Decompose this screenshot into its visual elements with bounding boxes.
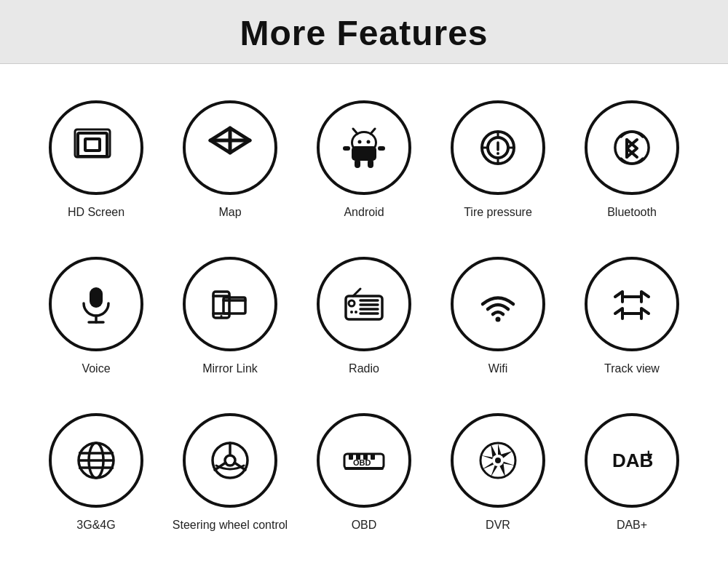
- feature-3g4g: 3G&4G: [29, 399, 163, 555]
- features-grid: HD Screen Map: [0, 64, 728, 569]
- radio-icon: [317, 257, 411, 351]
- svg-rect-1: [85, 139, 100, 151]
- mirror-link-icon: [183, 257, 277, 351]
- svg-text:+: +: [644, 447, 653, 463]
- svg-point-24: [496, 152, 499, 155]
- svg-point-44: [496, 316, 501, 322]
- radio-label: Radio: [349, 362, 379, 377]
- dab-icon: DAB +: [585, 413, 679, 508]
- page: More Features HD Screen M: [0, 0, 728, 587]
- svg-rect-14: [368, 159, 373, 168]
- svg-rect-26: [90, 287, 103, 308]
- obd-label: OBD: [352, 518, 377, 533]
- feature-mirror-link: Mirror Link: [163, 242, 297, 399]
- tire-pressure-icon: [451, 100, 545, 195]
- page-title: More Features: [0, 13, 728, 53]
- feature-obd: OBD OBD: [297, 399, 431, 555]
- voice-icon: [49, 257, 143, 351]
- bluetooth-label: Bluetooth: [607, 205, 657, 220]
- wifi-label: Wifi: [488, 362, 508, 377]
- svg-rect-0: [78, 133, 107, 156]
- feature-wifi: Wifi: [431, 242, 565, 399]
- tire-pressure-label: Tire pressure: [464, 205, 532, 220]
- svg-point-41: [350, 311, 353, 314]
- mirror-link-label: Mirror Link: [202, 362, 258, 377]
- svg-rect-13: [355, 159, 360, 168]
- svg-point-32: [221, 315, 223, 317]
- svg-point-55: [225, 455, 235, 466]
- svg-text:OBD: OBD: [353, 458, 371, 467]
- hd-screen-label: HD Screen: [68, 205, 124, 220]
- dvr-label: DVR: [486, 518, 510, 533]
- android-icon: [317, 100, 411, 195]
- bluetooth-icon: [585, 100, 679, 195]
- wifi-icon: [451, 257, 545, 351]
- svg-rect-63: [371, 454, 375, 460]
- obd-icon: OBD: [317, 413, 411, 508]
- feature-android: Android: [297, 86, 431, 242]
- dvr-icon: [451, 413, 545, 508]
- feature-map: Map: [163, 86, 297, 242]
- svg-point-8: [358, 140, 362, 144]
- feature-hd-screen: HD Screen: [29, 86, 163, 242]
- steering-wheel-label: Steering wheel control: [173, 518, 288, 533]
- feature-bluetooth: Bluetooth: [565, 86, 699, 242]
- feature-track-view: Track view: [565, 242, 699, 399]
- 3g4g-icon: [49, 413, 143, 508]
- svg-point-40: [349, 300, 355, 306]
- voice-label: Voice: [82, 362, 110, 377]
- steering-wheel-icon: [183, 413, 277, 508]
- map-icon: [183, 100, 277, 195]
- map-label: Map: [218, 205, 241, 220]
- android-label: Android: [344, 205, 384, 220]
- svg-rect-15: [343, 146, 350, 151]
- track-view-label: Track view: [604, 362, 660, 377]
- feature-radio: Radio: [297, 242, 431, 399]
- svg-point-9: [367, 140, 371, 144]
- svg-rect-65: [344, 467, 384, 470]
- track-view-icon: [585, 257, 679, 351]
- svg-point-42: [355, 311, 357, 314]
- feature-dvr: DVR: [431, 399, 565, 555]
- page-header: More Features: [0, 0, 728, 64]
- feature-steering-wheel: Steering wheel control: [163, 399, 297, 555]
- svg-rect-12: [352, 146, 376, 161]
- svg-line-11: [371, 129, 375, 134]
- dab-label: DAB+: [617, 518, 647, 533]
- feature-dab: DAB + DAB+: [565, 399, 699, 555]
- svg-point-68: [495, 458, 501, 463]
- feature-tire-pressure: Tire pressure: [431, 86, 565, 242]
- svg-line-10: [353, 129, 357, 134]
- svg-rect-16: [378, 146, 385, 151]
- feature-voice: Voice: [29, 242, 163, 399]
- 3g4g-label: 3G&4G: [76, 518, 115, 533]
- hd-screen-icon: [49, 100, 143, 195]
